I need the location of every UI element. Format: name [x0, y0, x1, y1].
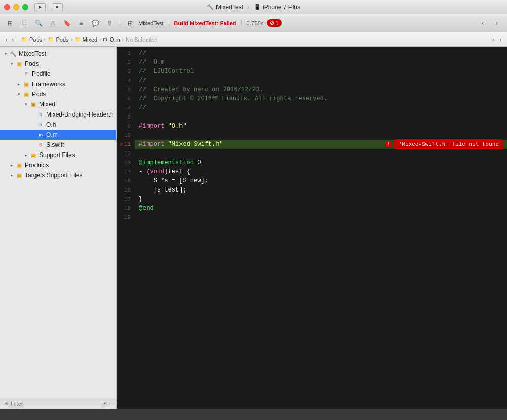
no-selection-label: No Selection [126, 36, 157, 43]
tree-item-supportfiles[interactable]: ▣ Support Files [0, 150, 116, 160]
breadcrumb-item-mixed[interactable]: 📁 Mixed [75, 36, 97, 43]
code-line-8 [135, 112, 507, 122]
tree-item-podfile[interactable]: P Podfile [0, 69, 116, 79]
file-tree: 🔨 MixedTest ▣ Pods P Podfile ▣ Framework… [0, 47, 116, 398]
code-line-6: // Copyright © 2016年 LianJia. All rights… [135, 94, 507, 103]
grid-toggle[interactable]: ⊞ [102, 400, 107, 407]
code-line-10 [135, 131, 507, 140]
tree-arrow-targets [8, 173, 15, 178]
build-app: MixedTest [138, 20, 164, 26]
tree-item-products[interactable]: ▣ Products [0, 160, 116, 170]
build-status-label: Build MixedTest: Failed [174, 20, 236, 26]
code-line-14: - (void)test { [135, 167, 507, 176]
code-line-16: [s test]; [135, 185, 507, 195]
error-badge[interactable]: ⊘ 1 [267, 19, 282, 27]
folder-icon3: 📁 [75, 36, 81, 42]
tree-item-frameworks[interactable]: ▣ Frameworks [0, 79, 116, 89]
filter-input[interactable] [11, 401, 100, 407]
folder-icon-mixed: ▣ [29, 100, 38, 108]
tree-arrow-frameworks [15, 82, 22, 87]
m-icon-om: m [37, 131, 45, 139]
traffic-lights [4, 4, 28, 10]
tree-item-sswift[interactable]: S S.swift [0, 140, 116, 150]
line-13: 13 [117, 158, 135, 167]
tree-item-mixedtest[interactable]: 🔨 MixedTest [0, 49, 116, 59]
code-area[interactable]: 1 2 3 4 5 6 7 8 9 10 ⊘11 12 13 14 15 16 … [117, 47, 507, 409]
folder-icon2: 📁 [48, 36, 54, 42]
folder-icon-support: ▣ [29, 151, 38, 159]
maximize-button[interactable] [22, 4, 28, 10]
line-7: 7 [117, 103, 135, 112]
breadcrumb-right-forward[interactable]: › [498, 36, 503, 43]
app-name: 🔨 MixedTest [207, 4, 243, 11]
line-18: 18 [117, 204, 135, 213]
bridging-label: Mixed-Bridging-Header.h [46, 111, 114, 118]
line-12: 12 [117, 149, 135, 158]
grid-button[interactable]: ⊞ [124, 17, 136, 29]
build-time: 0.755s [247, 20, 264, 26]
project-icon: 🔨 [9, 50, 17, 58]
code-line-12 [135, 149, 507, 158]
nav-forward[interactable]: › [491, 17, 503, 29]
breadcrumb-item-pods2[interactable]: 📁 Pods [48, 36, 68, 43]
line-4: 4 [117, 76, 135, 85]
breadcrumb-right-back[interactable]: ‹ [491, 36, 496, 43]
list-toggle[interactable]: ≡ [109, 401, 112, 407]
frameworks-label: Frameworks [32, 81, 65, 88]
code-content[interactable]: // // O.m // LJUIControl // // Created b… [135, 47, 507, 409]
bookmark-button[interactable]: 🔖 [61, 17, 73, 29]
folder-icon-products: ▣ [15, 161, 23, 169]
play-button[interactable]: ▶ [34, 3, 46, 11]
line-17: 17 [117, 195, 135, 204]
line-10: 10 [117, 131, 135, 140]
filter-icon: ⊕ [4, 400, 9, 407]
breadcrumb-back[interactable]: ‹ [4, 36, 9, 43]
titlebar: ▶ ■ 🔨 MixedTest › 📱 iPhone 7 Plus [0, 0, 507, 14]
chat-button[interactable]: 💬 [89, 17, 101, 29]
hierarchy-button[interactable]: ☰ [18, 17, 30, 29]
podfile-icon: P [22, 70, 30, 78]
oh-label: O.h [46, 121, 56, 128]
line-19: 19 [117, 213, 135, 222]
back-button[interactable]: ⊞ [4, 17, 16, 29]
products-label: Products [25, 162, 49, 169]
code-line-15: S *s = [S new]; [135, 176, 507, 185]
code-line-5: // Created by nero on 2016/12/23. [135, 85, 507, 94]
minimize-button[interactable] [13, 4, 19, 10]
folder-icon-frameworks: ▣ [22, 80, 30, 88]
tree-item-om[interactable]: m O.m [0, 130, 116, 140]
line-5: 5 [117, 85, 135, 94]
list-button[interactable]: ≡ [75, 17, 87, 29]
code-line-1: // [135, 49, 507, 58]
code-line-19 [135, 213, 507, 222]
tree-item-bridging[interactable]: h Mixed-Bridging-Header.h [0, 109, 116, 120]
tree-item-mixed[interactable]: ▣ Mixed [0, 99, 116, 109]
tree-item-pods-root[interactable]: ▣ Pods [0, 59, 116, 69]
folder-icon-pods-sub: ▣ [22, 90, 30, 98]
mixed-label: Mixed [39, 101, 55, 108]
sswift-label: S.swift [46, 141, 64, 148]
line-1: 1 [117, 49, 135, 58]
folder-icon: 📁 [21, 36, 27, 42]
close-button[interactable] [4, 4, 10, 10]
tree-arrow-mixed [22, 102, 29, 107]
search-button[interactable]: 🔍 [32, 17, 45, 29]
share-button[interactable]: ⇧ [103, 17, 116, 29]
breadcrumb-forward[interactable]: › [10, 36, 15, 43]
warning-button[interactable]: ⚠ [47, 17, 59, 29]
code-line-13: @implementation O [135, 158, 507, 167]
tree-item-oh[interactable]: h O.h [0, 120, 116, 130]
stop-button[interactable]: ■ [52, 3, 63, 11]
breadcrumb-item-om[interactable]: m O.m [103, 36, 120, 43]
targets-label: Targets Support Files [25, 172, 82, 179]
code-line-9: #import "O.h" [135, 122, 507, 131]
breadcrumb-item-pods1[interactable]: 📁 Pods [21, 36, 42, 43]
sidebar: 🔨 MixedTest ▣ Pods P Podfile ▣ Framework… [0, 47, 117, 409]
nav-back[interactable]: ‹ [477, 17, 489, 29]
h-icon-oh: h [37, 121, 45, 129]
podfile-label: Podfile [32, 70, 51, 78]
build-status: MixedTest Build MixedTest: Failed 0.755s… [138, 19, 282, 27]
pods-sub-label: Pods [32, 91, 46, 98]
tree-item-pods-sub[interactable]: ▣ Pods [0, 89, 116, 99]
tree-item-targets[interactable]: ▣ Targets Support Files [0, 170, 116, 180]
